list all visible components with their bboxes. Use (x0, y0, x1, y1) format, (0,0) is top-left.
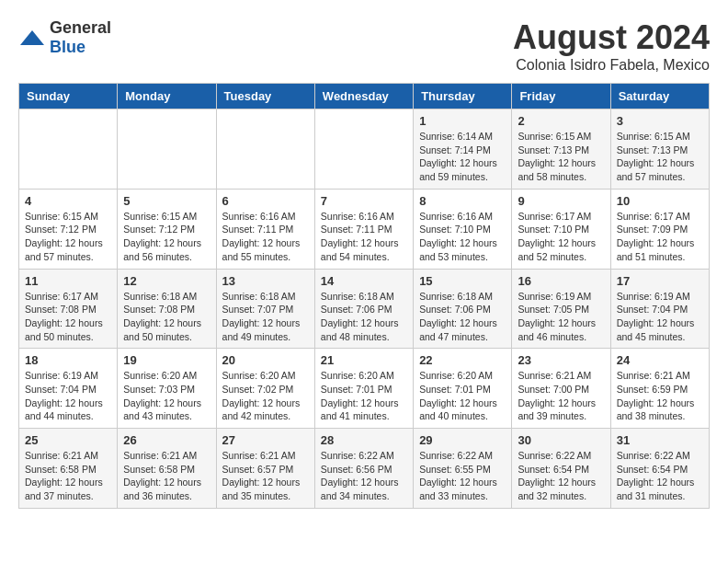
day-number: 29 (419, 433, 506, 447)
calendar-cell: 12Sunrise: 6:18 AM Sunset: 7:08 PM Dayli… (118, 269, 216, 349)
day-number: 14 (321, 274, 407, 288)
logo-blue: Blue (50, 38, 85, 56)
day-number: 5 (123, 194, 210, 208)
calendar-cell: 8Sunrise: 6:16 AM Sunset: 7:10 PM Daylig… (414, 189, 512, 269)
calendar-cell: 14Sunrise: 6:18 AM Sunset: 7:06 PM Dayli… (314, 269, 413, 349)
calendar-cell (314, 109, 413, 190)
day-number: 12 (123, 274, 210, 288)
day-number: 3 (617, 114, 703, 128)
calendar-cell: 21Sunrise: 6:20 AM Sunset: 7:01 PM Dayli… (314, 349, 413, 429)
calendar-cell: 17Sunrise: 6:19 AM Sunset: 7:04 PM Dayli… (610, 269, 709, 349)
day-number: 7 (321, 194, 407, 208)
calendar-cell: 26Sunrise: 6:21 AM Sunset: 6:58 PM Dayli… (118, 429, 216, 509)
day-info: Sunrise: 6:17 AM Sunset: 7:10 PM Dayligh… (518, 210, 604, 264)
calendar-cell: 22Sunrise: 6:20 AM Sunset: 7:01 PM Dayli… (414, 349, 512, 429)
calendar-cell: 16Sunrise: 6:19 AM Sunset: 7:05 PM Dayli… (512, 269, 610, 349)
calendar-cell: 10Sunrise: 6:17 AM Sunset: 7:09 PM Dayli… (610, 189, 709, 269)
day-info: Sunrise: 6:17 AM Sunset: 7:08 PM Dayligh… (25, 290, 111, 344)
calendar-cell: 18Sunrise: 6:19 AM Sunset: 7:04 PM Dayli… (19, 349, 118, 429)
calendar-cell: 29Sunrise: 6:22 AM Sunset: 6:55 PM Dayli… (414, 429, 512, 509)
calendar-cell: 11Sunrise: 6:17 AM Sunset: 7:08 PM Dayli… (19, 269, 118, 349)
calendar-cell: 15Sunrise: 6:18 AM Sunset: 7:06 PM Dayli… (414, 269, 512, 349)
day-number: 8 (419, 194, 506, 208)
weekday-header-monday: Monday (118, 84, 216, 109)
calendar-cell: 7Sunrise: 6:16 AM Sunset: 7:11 PM Daylig… (314, 189, 413, 269)
svg-marker-0 (20, 30, 44, 45)
day-info: Sunrise: 6:22 AM Sunset: 6:56 PM Dayligh… (321, 449, 407, 503)
day-number: 31 (617, 433, 703, 447)
calendar-cell: 4Sunrise: 6:15 AM Sunset: 7:12 PM Daylig… (19, 189, 118, 269)
location: Colonia Isidro Fabela, Mexico (513, 57, 710, 74)
day-info: Sunrise: 6:22 AM Sunset: 6:55 PM Dayligh… (419, 449, 506, 503)
weekday-header-wednesday: Wednesday (314, 84, 413, 109)
day-info: Sunrise: 6:15 AM Sunset: 7:13 PM Dayligh… (518, 130, 604, 184)
day-info: Sunrise: 6:19 AM Sunset: 7:05 PM Dayligh… (518, 290, 604, 344)
day-info: Sunrise: 6:20 AM Sunset: 7:03 PM Dayligh… (123, 369, 210, 423)
calendar-cell: 24Sunrise: 6:21 AM Sunset: 6:59 PM Dayli… (610, 349, 709, 429)
day-info: Sunrise: 6:19 AM Sunset: 7:04 PM Dayligh… (617, 290, 703, 344)
weekday-header-friday: Friday (512, 84, 610, 109)
week-row-5: 25Sunrise: 6:21 AM Sunset: 6:58 PM Dayli… (19, 429, 710, 509)
calendar-cell: 30Sunrise: 6:22 AM Sunset: 6:54 PM Dayli… (512, 429, 610, 509)
week-row-3: 11Sunrise: 6:17 AM Sunset: 7:08 PM Dayli… (19, 269, 710, 349)
day-info: Sunrise: 6:18 AM Sunset: 7:06 PM Dayligh… (419, 290, 506, 344)
day-info: Sunrise: 6:20 AM Sunset: 7:01 PM Dayligh… (321, 369, 407, 423)
calendar-cell: 9Sunrise: 6:17 AM Sunset: 7:10 PM Daylig… (512, 189, 610, 269)
calendar-cell: 25Sunrise: 6:21 AM Sunset: 6:58 PM Dayli… (19, 429, 118, 509)
weekday-header-thursday: Thursday (414, 84, 512, 109)
day-number: 15 (419, 274, 506, 288)
day-number: 4 (25, 194, 111, 208)
day-info: Sunrise: 6:22 AM Sunset: 6:54 PM Dayligh… (518, 449, 604, 503)
calendar-table: SundayMondayTuesdayWednesdayThursdayFrid… (18, 83, 710, 509)
page-header: General Blue August 2024 Colonia Isidro … (18, 18, 710, 74)
weekday-header-saturday: Saturday (610, 84, 709, 109)
calendar-cell: 19Sunrise: 6:20 AM Sunset: 7:03 PM Dayli… (118, 349, 216, 429)
day-number: 18 (25, 353, 111, 367)
day-info: Sunrise: 6:22 AM Sunset: 6:54 PM Dayligh… (617, 449, 703, 503)
day-info: Sunrise: 6:14 AM Sunset: 7:14 PM Dayligh… (419, 130, 506, 184)
calendar-cell: 20Sunrise: 6:20 AM Sunset: 7:02 PM Dayli… (216, 349, 314, 429)
day-number: 30 (518, 433, 604, 447)
calendar-cell: 13Sunrise: 6:18 AM Sunset: 7:07 PM Dayli… (216, 269, 314, 349)
week-row-4: 18Sunrise: 6:19 AM Sunset: 7:04 PM Dayli… (19, 349, 710, 429)
day-number: 13 (222, 274, 309, 288)
calendar-cell: 27Sunrise: 6:21 AM Sunset: 6:57 PM Dayli… (216, 429, 314, 509)
day-number: 6 (222, 194, 309, 208)
day-info: Sunrise: 6:18 AM Sunset: 7:08 PM Dayligh… (123, 290, 210, 344)
day-number: 28 (321, 433, 407, 447)
day-number: 26 (123, 433, 210, 447)
day-number: 2 (518, 114, 604, 128)
calendar-cell: 3Sunrise: 6:15 AM Sunset: 7:13 PM Daylig… (610, 109, 709, 190)
day-info: Sunrise: 6:15 AM Sunset: 7:12 PM Dayligh… (25, 210, 111, 264)
day-info: Sunrise: 6:21 AM Sunset: 6:58 PM Dayligh… (123, 449, 210, 503)
calendar-cell: 23Sunrise: 6:21 AM Sunset: 7:00 PM Dayli… (512, 349, 610, 429)
day-number: 10 (617, 194, 703, 208)
day-info: Sunrise: 6:16 AM Sunset: 7:11 PM Dayligh… (222, 210, 309, 264)
month-year: August 2024 (513, 18, 710, 57)
day-number: 21 (321, 353, 407, 367)
day-number: 25 (25, 433, 111, 447)
logo: General Blue (18, 18, 111, 57)
day-info: Sunrise: 6:21 AM Sunset: 6:58 PM Dayligh… (25, 449, 111, 503)
calendar-cell: 5Sunrise: 6:15 AM Sunset: 7:12 PM Daylig… (118, 189, 216, 269)
day-info: Sunrise: 6:20 AM Sunset: 7:01 PM Dayligh… (419, 369, 506, 423)
logo-general: General (50, 18, 111, 37)
day-number: 24 (617, 353, 703, 367)
day-number: 11 (25, 274, 111, 288)
calendar-cell: 6Sunrise: 6:16 AM Sunset: 7:11 PM Daylig… (216, 189, 314, 269)
day-info: Sunrise: 6:21 AM Sunset: 7:00 PM Dayligh… (518, 369, 604, 423)
calendar-cell (118, 109, 216, 190)
day-info: Sunrise: 6:16 AM Sunset: 7:11 PM Dayligh… (321, 210, 407, 264)
calendar-cell: 2Sunrise: 6:15 AM Sunset: 7:13 PM Daylig… (512, 109, 610, 190)
day-info: Sunrise: 6:15 AM Sunset: 7:13 PM Dayligh… (617, 130, 703, 184)
day-info: Sunrise: 6:15 AM Sunset: 7:12 PM Dayligh… (123, 210, 210, 264)
day-number: 19 (123, 353, 210, 367)
day-info: Sunrise: 6:18 AM Sunset: 7:06 PM Dayligh… (321, 290, 407, 344)
calendar-cell (216, 109, 314, 190)
weekday-header-row: SundayMondayTuesdayWednesdayThursdayFrid… (19, 84, 710, 109)
week-row-1: 1Sunrise: 6:14 AM Sunset: 7:14 PM Daylig… (19, 109, 710, 190)
day-info: Sunrise: 6:17 AM Sunset: 7:09 PM Dayligh… (617, 210, 703, 264)
calendar-cell: 31Sunrise: 6:22 AM Sunset: 6:54 PM Dayli… (610, 429, 709, 509)
day-number: 1 (419, 114, 506, 128)
day-number: 27 (222, 433, 309, 447)
